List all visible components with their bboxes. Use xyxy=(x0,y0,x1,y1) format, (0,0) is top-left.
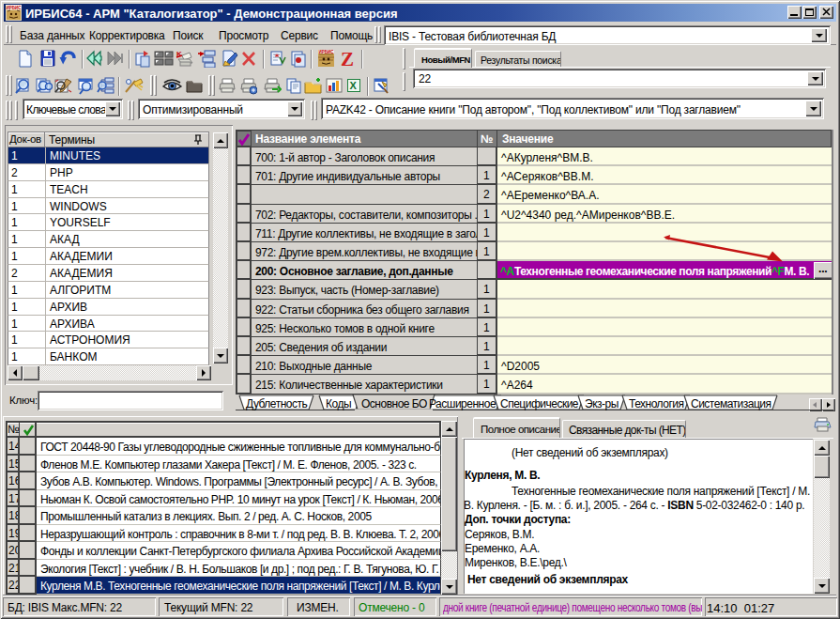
svg-text:X: X xyxy=(350,80,358,91)
svg-text:ИРБИС: ИРБИС xyxy=(7,6,23,10)
